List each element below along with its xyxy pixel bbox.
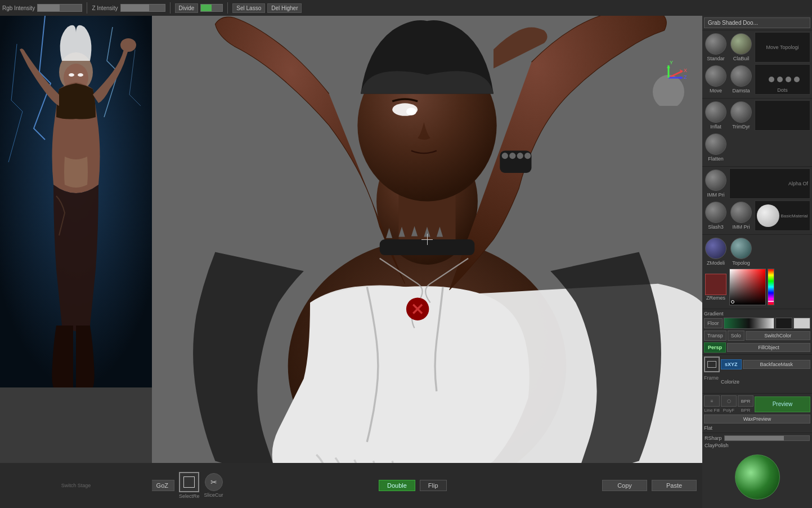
wax-preview-button[interactable]: WaxPreview (704, 415, 810, 424)
transp-button[interactable]: Transp (704, 331, 726, 341)
basic-material-label: BasicMaterial (780, 213, 807, 219)
brush-claybuild[interactable]: ClaBuil (729, 32, 753, 63)
slice-cur-icon[interactable]: ✂ (205, 473, 223, 491)
gradient-section: Gradient Floor Transp Solo SwitchColor P… (702, 309, 812, 355)
rsharp-slider[interactable] (724, 435, 810, 441)
right-panel: Grab Shaded Doo... Standar ClaBuil Move … (702, 16, 812, 508)
svg-point-14 (406, 108, 416, 115)
svg-point-27 (653, 75, 684, 106)
persp-button[interactable]: Persp (704, 342, 726, 353)
brush-claybuild-icon (730, 33, 752, 55)
viewport-gizmo[interactable]: X Z Y (646, 61, 691, 106)
xyz-button[interactable]: sXYZ (721, 359, 742, 369)
select-rect-group: SelectRe (179, 472, 200, 499)
frame-inner (707, 361, 716, 368)
brush-standar[interactable]: Standar (704, 32, 728, 63)
brush-damsta-icon (730, 65, 752, 87)
rgb-intensity-slider[interactable] (37, 4, 82, 12)
brush-imm-pri-1[interactable]: IMM Pri (704, 168, 728, 199)
dots-pattern (766, 71, 800, 88)
brush-imm-pri-1-label: IMM Pri (707, 192, 725, 198)
alpha-off-area: Alpha Of (729, 168, 810, 199)
color-picker-container[interactable] (729, 269, 810, 305)
brush-flatten[interactable]: Flatten (704, 132, 728, 163)
frame-icon-button[interactable] (704, 357, 720, 372)
brush-move-label: Move (710, 88, 722, 93)
brush-inflat[interactable]: Inflat (704, 100, 728, 131)
gradient-black (775, 318, 792, 329)
sel-lasso-button[interactable]: Sel Lasso (232, 3, 265, 13)
brush-zremes-icon (705, 274, 726, 295)
brush-standar-label: Standar (707, 56, 725, 61)
switch-color-button[interactable]: SwitchColor (746, 331, 810, 340)
svg-text:Y: Y (670, 61, 673, 65)
fill-object-button[interactable]: FillObject (727, 343, 810, 352)
grab-shaded-button[interactable]: Grab Shaded Doo... (704, 17, 810, 28)
top-toolbar: Rgb Intensity Z Intensity Divide Sel Las… (0, 0, 812, 16)
brush-flatten-label: Flatten (708, 156, 724, 162)
left-panel-bottom: Switch Stage (0, 463, 152, 508)
brush-move[interactable]: Move (704, 64, 728, 95)
select-rect-icon[interactable] (179, 472, 199, 492)
left-reference-panel (0, 16, 152, 387)
select-rect-label: SelectRe (179, 493, 200, 499)
polyf-label: PolyF (723, 408, 734, 413)
gradient-bar[interactable] (724, 318, 774, 329)
movetopo-area (755, 100, 810, 131)
svg-point-39 (786, 77, 791, 82)
color-cursor (731, 300, 734, 304)
brush-zmodeli-label: ZModeli (707, 260, 725, 266)
double-button[interactable]: Double (379, 480, 415, 491)
brush-damsta-label: Damsta (732, 88, 750, 93)
basic-material-preview (757, 204, 779, 227)
brush-slash3[interactable]: Slash3 (704, 200, 728, 231)
goz-button[interactable]: GoZ (150, 480, 174, 491)
slice-cur-label: SliceCur (204, 492, 223, 498)
brush-move-topologi-label: Move Topologi (766, 44, 799, 50)
solo-button[interactable]: Solo (728, 331, 744, 341)
svg-point-24 (509, 153, 515, 159)
svg-marker-31 (680, 76, 683, 79)
del-higher-button[interactable]: Del Higher (267, 3, 302, 13)
rgb-intensity-label: Rgb Intensity (2, 5, 35, 11)
brush-damsta[interactable]: Damsta (729, 64, 753, 95)
z-intensity-slider[interactable] (120, 4, 165, 12)
brush-zremes[interactable]: ZRemes (704, 273, 728, 302)
svg-point-26 (524, 153, 531, 159)
z-intensity-label: Z Intensity (92, 5, 118, 11)
divide-button[interactable]: Divide (175, 3, 199, 13)
brush-imm-pri-2-label: IMM Pri (733, 224, 750, 230)
brush-zmodeli[interactable]: ZModeli (704, 237, 728, 267)
divide-slider[interactable] (200, 4, 223, 12)
backface-section: sXYZ BackfaceMask Frame Colorize (702, 355, 812, 394)
floor-button[interactable]: Floor (704, 318, 723, 328)
zmodel-section: ZModeli Topolog ZRemes (702, 235, 812, 309)
svg-marker-33 (667, 65, 670, 68)
flip-button[interactable]: Flip (420, 480, 447, 491)
gradient-label: Gradient (704, 311, 810, 317)
backface-mask-button[interactable]: BackfaceMask (743, 360, 810, 369)
brush-claybuild-label: ClaBuil (733, 56, 750, 61)
copy-button[interactable]: Copy (602, 480, 647, 491)
brush-trimdyn[interactable]: TrimDyr (729, 100, 753, 131)
brush-imm-pri-2[interactable]: IMM Pri (729, 200, 753, 231)
main-viewport[interactable]: X Z Y (152, 16, 702, 463)
hue-bar[interactable] (768, 269, 774, 305)
rect-inner (183, 476, 195, 488)
colorize-label: Colorize (721, 379, 739, 385)
color-square[interactable] (729, 269, 766, 305)
brush-section-top: Standar ClaBuil Move Topologi Move Damst… (702, 30, 812, 99)
bpr-label: BPR (741, 408, 750, 413)
imm-section: IMM Pri Alpha Of Slash3 IMM Pri BasicMat… (702, 167, 812, 235)
brush-trimdyn-icon (730, 101, 752, 123)
flat-label: Flat (704, 425, 712, 431)
brush-inflat-icon (705, 101, 726, 123)
gradient-white (793, 318, 810, 329)
preview-button[interactable]: Preview (755, 396, 810, 412)
brush-trimdyn-label: TrimDyr (732, 124, 750, 130)
paste-button[interactable]: Paste (652, 480, 697, 491)
brush-topolog-icon (730, 238, 752, 259)
brush-topolog[interactable]: Topolog (729, 237, 753, 267)
svg-text:X: X (684, 68, 687, 73)
hue-cursor (768, 301, 774, 302)
